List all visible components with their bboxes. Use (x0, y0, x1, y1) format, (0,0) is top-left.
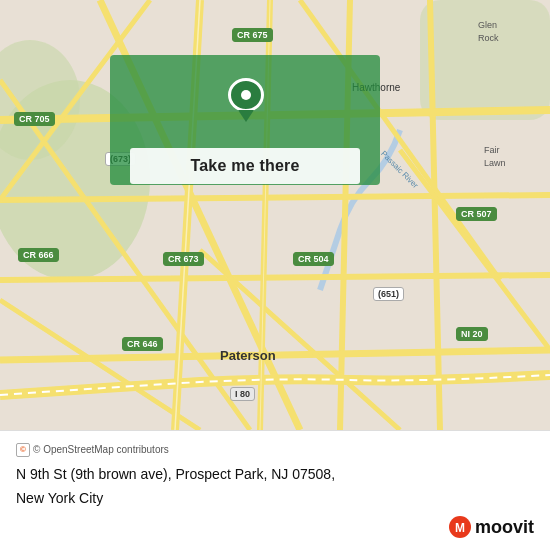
road-badge-cr666: CR 666 (18, 248, 59, 262)
svg-rect-3 (420, 0, 550, 120)
pin-dot (241, 90, 251, 100)
address-text-line2: New York City (16, 490, 103, 506)
pin-circle (228, 78, 264, 112)
label-fair-lawn2: Lawn (484, 158, 506, 168)
road-badge-ni20: NI 20 (456, 327, 488, 341)
moovit-icon-svg: M (449, 516, 471, 538)
address-line2: New York City (16, 489, 534, 509)
label-paterson: Paterson (220, 348, 276, 363)
label-fair-lawn: Fair (484, 145, 500, 155)
road-badge-cr675: CR 675 (232, 28, 273, 42)
moovit-text: moovit (475, 517, 534, 538)
button-label: Take me there (190, 157, 299, 175)
info-bar: © © OpenStreetMap contributors N 9th St … (0, 430, 550, 550)
pin-tail (238, 110, 254, 122)
moovit-logo: M moovit (449, 516, 534, 538)
road-badge-cr646: CR 646 (122, 337, 163, 351)
osm-icon: © (16, 443, 30, 457)
attribution: © © OpenStreetMap contributors (16, 443, 534, 457)
address-line1: N 9th St (9th brown ave), Prospect Park,… (16, 465, 534, 485)
location-pin (228, 78, 264, 122)
take-me-there-button[interactable]: Take me there (130, 148, 360, 184)
road-badge-cr504: CR 504 (293, 252, 334, 266)
road-badge-651: (651) (373, 287, 404, 301)
brand-row: M moovit (16, 516, 534, 538)
attribution-text: © OpenStreetMap contributors (33, 444, 169, 455)
label-glen-rock: Glen (478, 20, 497, 30)
road-badge-cr507: CR 507 (456, 207, 497, 221)
address-text-line1: N 9th St (9th brown ave), Prospect Park,… (16, 466, 335, 482)
svg-text:M: M (455, 521, 465, 535)
road-badge-cr673b: CR 673 (163, 252, 204, 266)
label-glen-rock2: Rock (478, 33, 499, 43)
road-badge-i80: I 80 (230, 387, 255, 401)
road-badge-cr705: CR 705 (14, 112, 55, 126)
map-area: CR 675 CR 705 (673) CR 666 CR 673 CR 504… (0, 0, 550, 430)
